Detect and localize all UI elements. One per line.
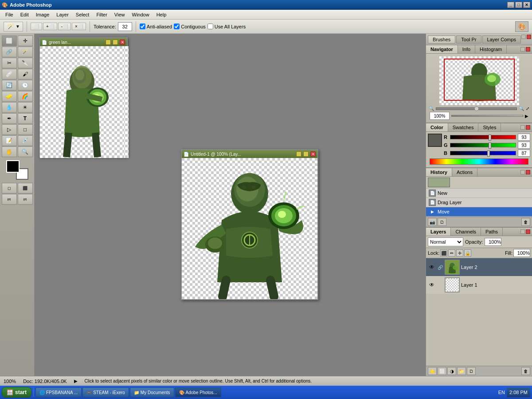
doc2-close[interactable]: ✕ <box>310 151 316 157</box>
subtract-selection-btn[interactable]: -⬜ <box>58 23 71 30</box>
zoom-out-btn[interactable]: 🔍 <box>429 106 434 111</box>
layer-item-2[interactable]: 👁 🔗 Layer 2 <box>426 258 532 276</box>
healing-tool[interactable]: 🩹 <box>2 69 17 79</box>
rainbow-color-bar[interactable] <box>430 158 528 165</box>
lock-all-btn[interactable]: 🔒 <box>464 249 471 257</box>
top-panel-close[interactable] <box>527 35 531 39</box>
layer2-visibility[interactable]: 👁 <box>428 263 436 271</box>
maximize-button[interactable]: □ <box>515 2 522 8</box>
crop-tool[interactable]: ✂ <box>2 58 17 68</box>
gradient-tool[interactable]: 🌈 <box>18 91 33 102</box>
taskbar-mydocs[interactable]: 📁 My Documents <box>130 387 174 397</box>
color-swatch-fg[interactable] <box>428 134 442 147</box>
history-close-btn[interactable] <box>526 170 530 174</box>
quick-mask-btn[interactable]: ◻ <box>2 183 17 194</box>
color-collapse-btn[interactable] <box>520 125 525 130</box>
blend-mode-select[interactable]: Normal <box>428 237 463 246</box>
zoom-expand-btn[interactable]: ⤢ <box>526 106 529 111</box>
tab-swatches[interactable]: Swatches <box>448 123 479 131</box>
history-collapse-btn[interactable] <box>520 170 525 174</box>
tab-brushes[interactable]: Brushes <box>428 36 455 43</box>
doc-window-1[interactable]: 📄 green lan... ✕ <box>39 37 128 157</box>
tab-actions[interactable]: Actions <box>452 168 477 176</box>
menu-edit[interactable]: Edit <box>17 11 32 18</box>
tab-styles[interactable]: Styles <box>478 123 501 131</box>
doc1-minimize[interactable] <box>106 40 111 45</box>
fill-input[interactable] <box>513 249 530 257</box>
tab-history[interactable]: History <box>426 168 452 176</box>
contiguous-checkbox[interactable] <box>174 24 180 29</box>
imageready-btn2[interactable]: IR <box>18 194 33 205</box>
history-item-new[interactable]: 📄 New <box>426 189 532 198</box>
dodge-tool[interactable]: ☀ <box>18 102 33 113</box>
doc1-maximize[interactable] <box>113 40 118 45</box>
green-slider-thumb[interactable] <box>489 142 491 149</box>
history-brush-tool[interactable]: 🕒 <box>18 80 33 91</box>
new-group-btn[interactable]: 📁 <box>457 367 466 375</box>
blue-value[interactable] <box>518 150 530 157</box>
navigator-scroll-bar[interactable] <box>451 115 523 117</box>
nav-close-btn[interactable] <box>526 47 530 51</box>
blue-slider-thumb[interactable] <box>487 150 490 157</box>
zoom-slider-track[interactable] <box>436 107 517 110</box>
top-panel-collapse[interactable] <box>521 35 526 39</box>
use-all-layers-checkbox[interactable] <box>207 24 213 29</box>
menu-image[interactable]: Image <box>32 11 53 18</box>
tab-info[interactable]: Info <box>458 45 475 53</box>
lock-position-btn[interactable]: ✛ <box>456 249 463 257</box>
blur-tool[interactable]: 💧 <box>2 102 17 113</box>
lock-image-btn[interactable]: ✏ <box>448 249 455 257</box>
add-mask-btn[interactable]: ⬜ <box>438 367 446 375</box>
doc-window-2[interactable]: 📄 Untitled-1 @ 100% (Lay... ✕ <box>181 149 318 300</box>
new-adjustment-btn[interactable]: ◑ <box>447 367 456 375</box>
tab-channels[interactable]: Channels <box>451 228 481 236</box>
pen-tool[interactable]: ✒ <box>2 113 17 124</box>
magic-wand-tool[interactable]: 🪄 <box>18 47 33 57</box>
zoom-value-input[interactable] <box>430 112 450 120</box>
nav-right-btn[interactable]: ▶ <box>525 114 528 119</box>
layers-close-btn[interactable] <box>526 229 530 234</box>
menu-layer[interactable]: Layer <box>53 11 72 18</box>
minimize-button[interactable]: _ <box>507 2 514 8</box>
menu-select[interactable]: Select <box>72 11 93 18</box>
eraser-tool[interactable]: 🧽 <box>2 91 17 102</box>
zoom-tool[interactable]: 🔍 <box>18 146 33 157</box>
new-layer-btn[interactable]: 🗋 <box>467 367 476 375</box>
close-button[interactable]: ✕ <box>523 2 530 8</box>
tab-layer-comps[interactable]: Layer Comps <box>482 36 521 43</box>
tab-histogram[interactable]: Histogram <box>475 45 507 53</box>
history-item-move[interactable]: ▶ Move <box>426 207 532 217</box>
brush-tool[interactable]: 🖌 <box>18 69 33 79</box>
text-tool[interactable]: T <box>18 113 33 124</box>
taskbar-steam[interactable]: 🎮 STEAM - iExero <box>82 387 129 397</box>
history-snapshot-btn[interactable]: 📷 <box>428 218 437 226</box>
intersect-selection-btn[interactable]: ×⬜ <box>72 23 86 30</box>
taskbar-photoshop[interactable]: 🎨 Adobe Photos... <box>175 387 221 397</box>
tab-color[interactable]: Color <box>426 123 448 131</box>
doc1-close[interactable]: ✕ <box>120 40 125 45</box>
history-new-doc-btn[interactable]: 🗋 <box>438 218 446 226</box>
contiguous-option[interactable]: Contiguous <box>174 24 206 29</box>
imageready-btn[interactable]: IR <box>2 194 17 205</box>
lock-transparent-btn[interactable]: ⬛ <box>440 249 447 257</box>
add-selection-btn[interactable]: +⬜ <box>43 23 57 30</box>
doc2-maximize[interactable] <box>303 151 309 157</box>
layer2-link[interactable]: 🔗 <box>437 263 443 271</box>
new-selection-btn[interactable]: ⬜ <box>31 23 42 30</box>
shape-tool[interactable]: □ <box>18 124 33 135</box>
selection-tool[interactable]: ▷ <box>2 124 17 135</box>
opacity-input[interactable] <box>485 238 501 246</box>
clone-stamp-tool[interactable]: 🔄 <box>2 80 17 91</box>
menu-view[interactable]: View <box>111 11 129 18</box>
tab-tool-presets[interactable]: Tool Pr <box>456 36 481 43</box>
start-button[interactable]: 🪟 start <box>2 387 31 398</box>
menu-window[interactable]: Window <box>129 11 153 18</box>
delete-layer-btn[interactable]: 🗑 <box>521 367 530 375</box>
doc2-minimize[interactable] <box>296 151 301 157</box>
green-value[interactable] <box>518 142 530 149</box>
tab-paths[interactable]: Paths <box>481 228 503 236</box>
green-slider[interactable] <box>450 143 516 147</box>
red-value[interactable] <box>518 134 530 141</box>
slice-tool[interactable]: 🔪 <box>18 58 33 68</box>
tolerance-input[interactable] <box>118 22 132 31</box>
